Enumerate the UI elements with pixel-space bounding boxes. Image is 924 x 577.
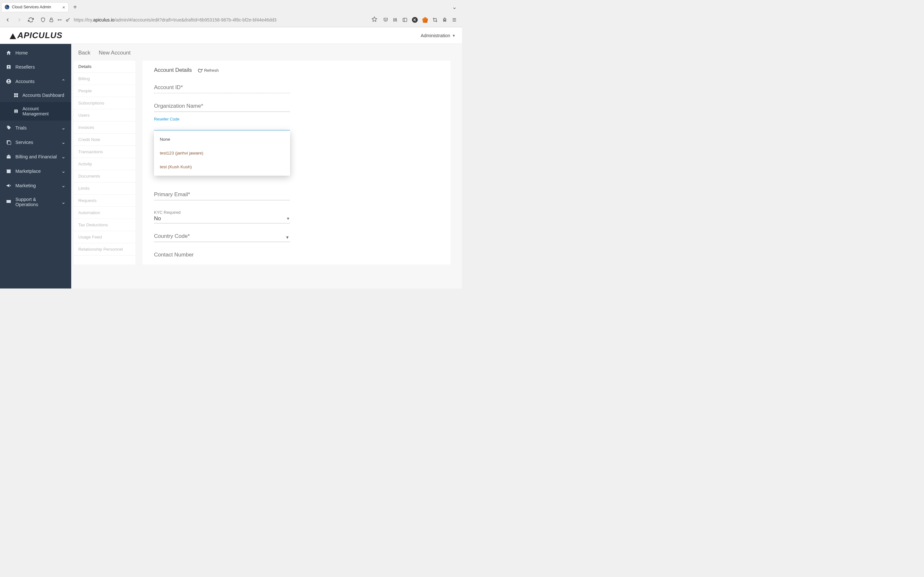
monitor-icon <box>6 199 11 205</box>
chevron-down-icon: ⌄ <box>61 182 65 189</box>
forward-button[interactable] <box>15 16 23 24</box>
caret-down-icon: ▼ <box>452 34 456 37</box>
subnav-item-users[interactable]: Users <box>74 109 136 121</box>
pocket-icon[interactable] <box>383 17 388 23</box>
subnav-item-relationship[interactable]: Relationship Personnel <box>74 243 136 255</box>
subnav-item-activity[interactable]: Activity <box>74 158 136 170</box>
extensions-icon[interactable] <box>442 17 447 23</box>
field-label: Reseller Code <box>154 117 179 121</box>
svg-rect-18 <box>7 141 11 145</box>
svg-rect-19 <box>6 200 11 203</box>
svg-marker-4 <box>372 17 377 21</box>
subnav-item-tax-deductions[interactable]: Tax Deductions <box>74 219 136 231</box>
svg-rect-12 <box>14 95 16 97</box>
sidebar-item-label: Accounts Dashboard <box>23 93 64 98</box>
new-tab-button[interactable]: + <box>71 3 79 11</box>
svg-point-2 <box>60 19 61 20</box>
sidebar-item-home[interactable]: Home <box>0 46 71 60</box>
svg-rect-0 <box>50 19 53 22</box>
subnav-item-automation[interactable]: Automation <box>74 207 136 219</box>
svg-rect-11 <box>16 93 18 95</box>
profile-k-icon[interactable]: K <box>412 17 418 23</box>
sidebar-item-resellers[interactable]: Resellers <box>0 60 71 74</box>
sidebar-item-label: Marketing <box>15 183 36 188</box>
subnav-item-transactions[interactable]: Transactions <box>74 146 136 158</box>
content: Back New Account Details Billing People … <box>71 44 462 288</box>
dropdown-option-test123[interactable]: test123 (janhvi jaware) <box>154 146 290 160</box>
sidebar-item-trials[interactable]: Trials ⌄ <box>0 121 71 135</box>
logo-mark-icon <box>10 33 16 39</box>
sidebar-item-label: Home <box>15 50 28 55</box>
bank-icon <box>6 154 11 160</box>
badge-icon <box>6 64 11 70</box>
subnav-item-credit-note[interactable]: Credit Note <box>74 134 136 146</box>
crop-icon[interactable] <box>433 17 438 23</box>
kyc-value: No <box>154 215 161 222</box>
refresh-button[interactable]: Refresh <box>198 68 219 73</box>
sidebar-item-billing[interactable]: Billing and Financial ⌄ <box>0 149 71 164</box>
tab-favicon-icon <box>5 5 9 9</box>
back-button[interactable] <box>4 16 11 24</box>
library-icon[interactable] <box>393 17 398 23</box>
svg-point-1 <box>58 19 59 21</box>
tab-title: Cloud Services Admin <box>12 5 51 9</box>
browser-tab[interactable]: Cloud Services Admin × <box>1 2 69 12</box>
administration-dropdown[interactable]: Administration ▼ <box>421 33 456 38</box>
tag-icon <box>6 125 11 131</box>
dropdown-option-test[interactable]: test (Kush Kush) <box>154 160 290 174</box>
sidebar-item-accounts-dashboard[interactable]: Accounts Dashboard <box>0 89 71 102</box>
menu-icon[interactable] <box>452 17 457 23</box>
subnav-item-requests[interactable]: Requests <box>74 195 136 207</box>
browser-toolbar: https://try.apiculus.io/admin/#/accounts… <box>0 13 462 27</box>
subnav-item-documents[interactable]: Documents <box>74 170 136 182</box>
sidebar-toggle-icon[interactable] <box>402 17 407 23</box>
reload-button[interactable] <box>27 16 35 24</box>
sidebar-item-services[interactable]: Services ⌄ <box>0 135 71 149</box>
country-code-field[interactable]: Country Code* ▼ <box>154 233 290 242</box>
sidebar-item-label: Accounts <box>15 79 35 84</box>
metamask-icon[interactable] <box>422 17 428 23</box>
subnav-item-usage-feed[interactable]: Usage Feed <box>74 231 136 243</box>
url-bar[interactable]: https://try.apiculus.io/admin/#/accounts… <box>39 16 379 23</box>
page-title: New Account <box>99 50 131 56</box>
refresh-icon <box>198 68 202 73</box>
chevron-down-icon: ⌄ <box>61 168 65 174</box>
chevron-down-icon: ⌄ <box>61 139 65 145</box>
subnav-item-details[interactable]: Details <box>74 61 136 73</box>
chevron-up-icon: ⌃ <box>61 78 65 84</box>
bookmark-star-icon[interactable] <box>372 16 377 23</box>
permissions-icon <box>57 17 62 23</box>
tab-close-icon[interactable]: × <box>62 5 65 10</box>
panel-title: Account Details <box>154 67 192 73</box>
home-icon <box>6 50 11 56</box>
sidebar-item-support[interactable]: Support & Operations ⌄ <box>0 193 71 211</box>
store-icon <box>6 168 11 174</box>
tab-bar: Cloud Services Admin × + ⌄ <box>0 0 462 13</box>
sidebar-item-marketing[interactable]: Marketing ⌄ <box>0 178 71 193</box>
subnav-item-invoices[interactable]: Invoices <box>74 121 136 134</box>
svg-rect-5 <box>403 18 407 22</box>
sidebar-item-accounts[interactable]: Accounts ⌃ <box>0 74 71 89</box>
subnav-item-people[interactable]: People <box>74 85 136 97</box>
org-name-field[interactable]: Organization Name* <box>154 103 290 112</box>
sidebar-item-label: Account Management <box>23 106 65 116</box>
svg-point-9 <box>8 80 10 81</box>
content-main: Details Billing People Subscriptions Use… <box>71 61 462 264</box>
dashboard-icon <box>13 93 19 98</box>
sidebar-item-account-management[interactable]: Account Management <box>0 102 71 121</box>
app-logo[interactable]: APICULUS <box>10 31 63 40</box>
svg-point-3 <box>66 19 68 21</box>
subnav-item-billing[interactable]: Billing <box>74 73 136 85</box>
account-id-field[interactable]: Account ID* <box>154 84 290 93</box>
subnav-item-subscriptions[interactable]: Subscriptions <box>74 97 136 109</box>
primary-email-field[interactable]: Primary Email* <box>154 191 290 200</box>
back-link[interactable]: Back <box>78 50 90 56</box>
dropdown-option-none[interactable]: None <box>154 132 290 146</box>
tabs-overflow-icon[interactable]: ⌄ <box>452 3 461 11</box>
kyc-field[interactable]: KYC Required No ▼ <box>154 210 290 223</box>
subnav-item-limits[interactable]: Limits <box>74 182 136 195</box>
megaphone-icon <box>6 183 11 189</box>
sidebar-item-marketplace[interactable]: Marketplace ⌄ <box>0 164 71 178</box>
reseller-code-field[interactable]: Reseller Code None test123 (janhvi jawar… <box>154 121 290 131</box>
field-label: KYC Required <box>154 210 290 215</box>
